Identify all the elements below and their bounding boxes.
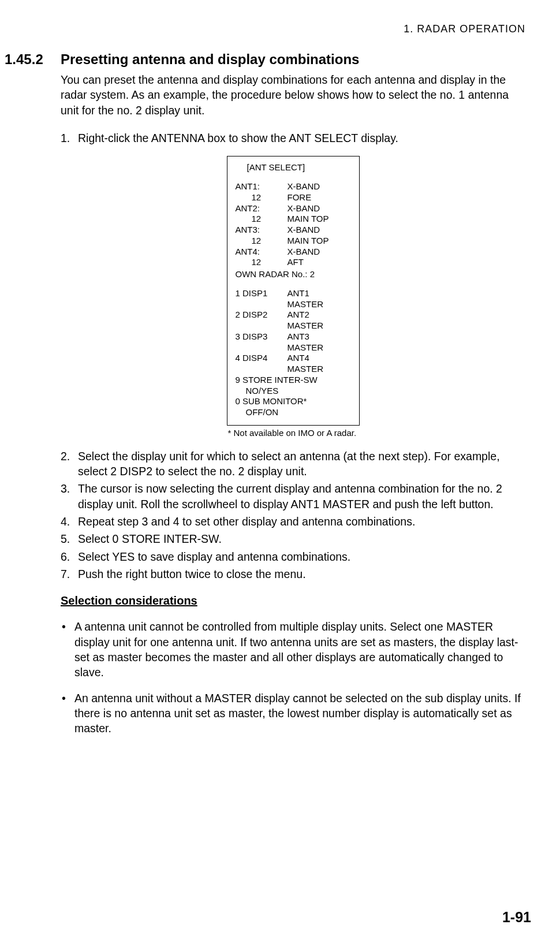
page-number: 1-91 [502, 909, 531, 926]
page-header: 1. RADAR OPERATION [0, 23, 531, 35]
step-text: Repeat step 3 and 4 to set other display… [78, 514, 525, 529]
ant-num: 12 [236, 257, 288, 268]
sub-monitor-line: 0 SUB MONITOR* [236, 396, 351, 407]
bullet-item: • An antenna unit without a MASTER displ… [61, 691, 525, 736]
section-title: Presetting antenna and display combinati… [61, 51, 359, 68]
step-item: 4.Repeat step 3 and 4 to set other displ… [61, 514, 525, 529]
store-line: 9 STORE INTER-SW [236, 375, 351, 386]
step-text: Push the right button twice to close the… [78, 566, 525, 582]
step-number: 2. [61, 449, 78, 479]
step-item: 3.The cursor is now selecting the curren… [61, 481, 525, 512]
diagram-title: [ANT SELECT] [247, 162, 351, 173]
bullet-item: • A antenna unit cannot be controlled fr… [61, 619, 525, 680]
intro-paragraph: You can preset the antenna and display c… [61, 72, 525, 118]
ant-label: ANT1: [236, 181, 288, 192]
step-text: Right-click the ANTENNA box to show the … [78, 131, 525, 146]
step-item: 6.Select YES to save display and antenna… [61, 549, 525, 564]
step-item: 2.Select the display unit for which to s… [61, 449, 525, 479]
bullet-text: An antenna unit without a MASTER display… [74, 691, 525, 736]
ant-loc: FORE [288, 192, 351, 203]
diagram-container: [ANT SELECT] ANT1:X-BAND 12FORE ANT2:X-B… [61, 156, 525, 438]
ant-select-diagram: [ANT SELECT] ANT1:X-BAND 12FORE ANT2:X-B… [227, 156, 360, 426]
disp-mode: MASTER [288, 320, 351, 331]
step-number: 4. [61, 514, 78, 529]
ant-num: 12 [236, 214, 288, 225]
disp-mode: MASTER [288, 342, 351, 353]
step-number: 7. [61, 566, 78, 582]
step-text: The cursor is now selecting the current … [78, 481, 525, 512]
diagram-footnote: * Not available on IMO or A radar. [227, 428, 360, 438]
bullet-dot-icon: • [61, 691, 74, 736]
ant-label: ANT4: [236, 247, 288, 258]
ant-loc: MAIN TOP [288, 214, 351, 225]
disp-ant: ANT4 [288, 353, 351, 364]
ant-band: X-BAND [288, 181, 351, 192]
step-item: 1. Right-click the ANTENNA box to show t… [61, 131, 525, 146]
ant-loc: MAIN TOP [288, 236, 351, 247]
step-number: 1. [61, 131, 78, 146]
disp-label: 2 DISP2 [236, 310, 288, 320]
step-number: 6. [61, 549, 78, 564]
section-number: 1.45.2 [0, 51, 61, 68]
step-number: 5. [61, 531, 78, 546]
disp-label: 3 DISP3 [236, 331, 288, 342]
ant-num: 12 [236, 192, 288, 203]
section-heading: 1.45.2 Presetting antenna and display co… [0, 51, 531, 68]
disp-label: 4 DISP4 [236, 353, 288, 364]
disp-ant: ANT1 [288, 288, 351, 299]
disp-ant: ANT3 [288, 331, 351, 342]
store-options: NO/YES [236, 386, 351, 397]
ant-band: X-BAND [288, 247, 351, 258]
own-radar-line: OWN RADAR No.: 2 [236, 269, 351, 280]
step-text: Select the display unit for which to sel… [78, 449, 525, 479]
step-text: Select 0 STORE INTER-SW. [78, 531, 525, 546]
ant-loc: AFT [288, 257, 351, 268]
ant-label: ANT3: [236, 225, 288, 236]
ant-num: 12 [236, 236, 288, 247]
subheading: Selection considerations [61, 593, 525, 609]
content-body: You can preset the antenna and display c… [61, 72, 525, 736]
step-text: Select YES to save display and antenna c… [78, 549, 525, 564]
step-number: 3. [61, 481, 78, 512]
ant-band: X-BAND [288, 225, 351, 236]
bullet-dot-icon: • [61, 619, 74, 680]
step-item: 5.Select 0 STORE INTER-SW. [61, 531, 525, 546]
disp-ant: ANT2 [288, 310, 351, 320]
disp-label: 1 DISP1 [236, 288, 288, 299]
step-item: 7.Push the right button twice to close t… [61, 566, 525, 582]
sub-monitor-options: OFF/ON [236, 407, 351, 418]
disp-mode: MASTER [288, 299, 351, 310]
ant-label: ANT2: [236, 203, 288, 214]
bullet-text: A antenna unit cannot be controlled from… [74, 619, 525, 680]
disp-mode: MASTER [288, 364, 351, 375]
ant-band: X-BAND [288, 203, 351, 214]
